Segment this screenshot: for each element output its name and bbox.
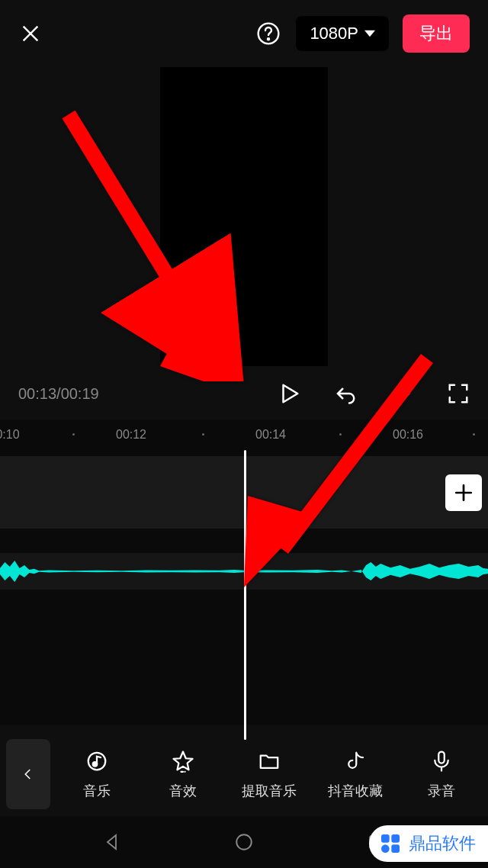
ruler-tick: 00:14 [255, 428, 286, 442]
nav-home[interactable] [233, 831, 255, 854]
tool-record[interactable]: 录音 [402, 748, 482, 800]
ruler-tick: 00:16 [393, 428, 423, 442]
ruler-tick: 00:12 [116, 428, 146, 442]
svg-rect-7 [381, 834, 390, 843]
svg-point-9 [381, 844, 390, 853]
tool-music[interactable]: 音乐 [56, 748, 136, 800]
preview-area [0, 67, 488, 380]
svg-rect-8 [391, 834, 400, 843]
close-button[interactable] [18, 21, 43, 46]
tool-label: 提取音乐 [242, 782, 297, 800]
play-button[interactable] [278, 382, 300, 405]
music-icon [84, 748, 110, 774]
resolution-select[interactable]: 1080P [296, 16, 389, 51]
ruler-dot [72, 433, 75, 436]
tool-extract-music[interactable]: 提取音乐 [229, 748, 309, 800]
ruler-tick: 0:10 [0, 428, 20, 442]
playback-controls: 00:13/00:19 [0, 375, 488, 412]
folder-icon [256, 748, 282, 774]
douyin-icon [342, 748, 368, 774]
ruler-dot [473, 433, 475, 436]
watermark: 鼎品软件 [369, 825, 488, 862]
header-right: 1080P 导出 [255, 14, 470, 53]
plus-icon [454, 483, 474, 503]
undo-button[interactable] [334, 382, 357, 405]
svg-point-5 [236, 834, 252, 850]
watermark-text: 鼎品软件 [409, 832, 476, 855]
back-button[interactable] [6, 739, 50, 809]
tool-label: 录音 [428, 782, 455, 800]
timeline[interactable]: 0:10 00:12 00:14 00:16 [0, 420, 488, 725]
playhead[interactable] [244, 450, 246, 740]
ruler-dot [339, 433, 342, 436]
timeline-ruler: 0:10 00:12 00:14 00:16 [0, 420, 488, 450]
redo-button[interactable] [390, 382, 413, 405]
tool-sound-effect[interactable]: 音效 [143, 748, 223, 800]
svg-rect-4 [439, 752, 445, 764]
chevron-down-icon [364, 28, 375, 39]
timecode: 00:13/00:19 [18, 385, 278, 403]
svg-rect-10 [391, 844, 400, 853]
star-icon [170, 748, 196, 774]
video-preview[interactable] [160, 67, 328, 366]
tool-douyin-favorites[interactable]: 抖音收藏 [316, 748, 396, 800]
watermark-logo-icon [378, 831, 403, 856]
tool-label: 音乐 [83, 782, 111, 800]
export-button[interactable]: 导出 [403, 14, 470, 53]
mic-icon [429, 748, 454, 774]
add-clip-button[interactable] [445, 474, 482, 511]
svg-point-1 [268, 38, 269, 40]
header: 1080P 导出 [0, 0, 488, 67]
ruler-dot [202, 433, 204, 436]
bottom-toolbar: 音乐 音效 提取音乐 抖音收藏 录音 [0, 732, 488, 816]
help-button[interactable] [255, 20, 282, 47]
nav-back[interactable] [101, 831, 124, 854]
chevron-left-icon [21, 767, 35, 781]
tool-label: 抖音收藏 [328, 782, 383, 800]
fullscreen-button[interactable] [447, 382, 470, 405]
control-icons [278, 382, 470, 405]
tool-label: 音效 [169, 782, 197, 800]
resolution-value: 1080P [310, 24, 358, 43]
